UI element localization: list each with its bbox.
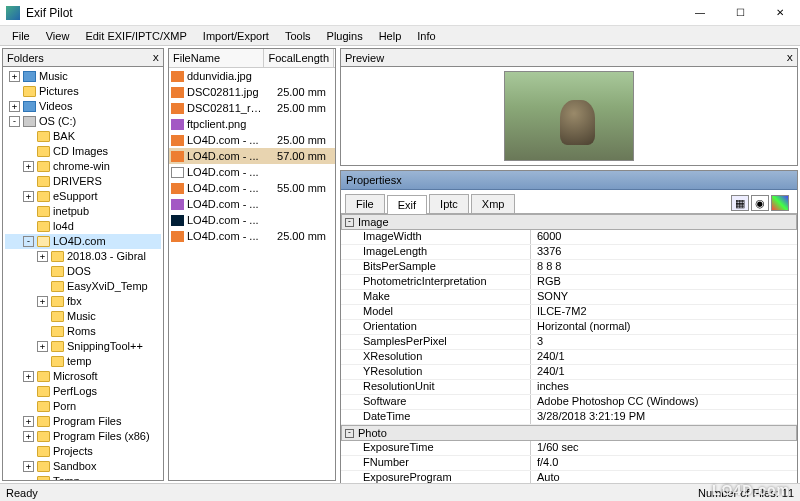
file-row[interactable]: LO4D.com - ...57.00 mm [169, 148, 335, 164]
property-row[interactable]: SamplesPerPixel3 [341, 335, 797, 350]
properties-close-icon[interactable]: x [396, 174, 402, 186]
menu-tools[interactable]: Tools [277, 28, 319, 44]
property-row[interactable]: ImageLength3376 [341, 245, 797, 260]
tree-item[interactable]: +Microsoft [5, 369, 161, 384]
expand-icon[interactable]: + [23, 191, 34, 202]
expand-icon[interactable]: + [23, 416, 34, 427]
tree-item[interactable]: +chrome-win [5, 159, 161, 174]
tab-file[interactable]: File [345, 194, 385, 213]
expand-icon[interactable]: + [23, 371, 34, 382]
color-icon[interactable] [771, 195, 789, 211]
property-row[interactable]: YResolution240/1 [341, 365, 797, 380]
tree-item[interactable]: Pictures [5, 84, 161, 99]
file-row[interactable]: LO4D.com - ... [169, 196, 335, 212]
property-row[interactable]: DateTime3/28/2018 3:21:19 PM [341, 410, 797, 425]
property-row[interactable]: ResolutionUnitinches [341, 380, 797, 395]
file-row[interactable]: DSC02811.jpg25.00 mm [169, 84, 335, 100]
tree-item[interactable]: +Sandbox [5, 459, 161, 474]
view-grid-icon[interactable]: ▦ [731, 195, 749, 211]
properties-grid[interactable]: -ImageImageWidth6000ImageLength3376BitsP… [341, 214, 797, 486]
property-row[interactable]: ModelILCE-7M2 [341, 305, 797, 320]
tree-item[interactable]: BAK [5, 129, 161, 144]
file-row[interactable]: DSC02811_re...25.00 mm [169, 100, 335, 116]
tree-item[interactable]: +Music [5, 69, 161, 84]
close-button[interactable]: ✕ [760, 0, 800, 26]
file-row[interactable]: ddunvidia.jpg [169, 68, 335, 84]
file-row[interactable]: LO4D.com - ...25.00 mm [169, 132, 335, 148]
tab-exif[interactable]: Exif [387, 195, 427, 214]
tab-xmp[interactable]: Xmp [471, 194, 516, 213]
expand-icon[interactable]: + [23, 161, 34, 172]
property-group-header[interactable]: -Photo [341, 425, 797, 441]
expand-icon[interactable]: + [37, 251, 48, 262]
file-row[interactable]: LO4D.com - ...25.00 mm [169, 228, 335, 244]
preview-close-icon[interactable]: x [786, 51, 793, 64]
tree-item[interactable]: EasyXviD_Temp [5, 279, 161, 294]
property-row[interactable]: PhotometricInterpretationRGB [341, 275, 797, 290]
menu-import-export[interactable]: Import/Export [195, 28, 277, 44]
expand-icon[interactable]: + [23, 431, 34, 442]
tree-item[interactable]: PerfLogs [5, 384, 161, 399]
tree-item[interactable]: Temp [5, 474, 161, 480]
file-row[interactable]: LO4D.com - ...55.00 mm [169, 180, 335, 196]
folder-tree[interactable]: +MusicPictures+Videos-OS (C:)BAKCD Image… [3, 67, 163, 480]
minimize-button[interactable]: — [680, 0, 720, 26]
property-row[interactable]: MakeSONY [341, 290, 797, 305]
expand-icon[interactable]: + [9, 101, 20, 112]
file-list[interactable]: ddunvidia.jpgDSC02811.jpg25.00 mmDSC0281… [169, 68, 335, 480]
tree-item[interactable]: CD Images [5, 144, 161, 159]
tree-item[interactable]: lo4d [5, 219, 161, 234]
menu-info[interactable]: Info [409, 28, 443, 44]
tree-item[interactable]: DOS [5, 264, 161, 279]
tree-item[interactable]: +Program Files [5, 414, 161, 429]
menu-file[interactable]: File [4, 28, 38, 44]
maximize-button[interactable]: ☐ [720, 0, 760, 26]
tree-item[interactable]: -OS (C:) [5, 114, 161, 129]
collapse-icon[interactable]: - [345, 429, 354, 438]
tree-item[interactable]: temp [5, 354, 161, 369]
menu-help[interactable]: Help [371, 28, 410, 44]
property-group-header[interactable]: -Image [341, 214, 797, 230]
folders-close-icon[interactable]: x [152, 51, 159, 64]
property-row[interactable]: SoftwareAdobe Photoshop CC (Windows) [341, 395, 797, 410]
tab-iptc[interactable]: Iptc [429, 194, 469, 213]
tree-item[interactable]: DRIVERS [5, 174, 161, 189]
property-row[interactable]: FNumberf/4.0 [341, 456, 797, 471]
tree-item[interactable]: -LO4D.com [5, 234, 161, 249]
menu-edit-exif[interactable]: Edit EXIF/IPTC/XMP [77, 28, 194, 44]
expand-icon[interactable]: + [23, 461, 34, 472]
tree-item[interactable]: +fbx [5, 294, 161, 309]
collapse-icon[interactable]: - [345, 218, 354, 227]
property-row[interactable]: OrientationHorizontal (normal) [341, 320, 797, 335]
tree-item[interactable]: +2018.03 - Gibral [5, 249, 161, 264]
file-row[interactable]: LO4D.com - ... [169, 212, 335, 228]
tree-item[interactable]: inetpub [5, 204, 161, 219]
expand-icon[interactable]: - [9, 116, 20, 127]
file-row[interactable]: LO4D.com - ... [169, 164, 335, 180]
expand-icon[interactable]: + [37, 341, 48, 352]
tree-item-label: OS (C:) [39, 114, 76, 129]
tree-item[interactable]: +SnippingTool++ [5, 339, 161, 354]
property-key: SamplesPerPixel [341, 335, 531, 349]
tree-item[interactable]: Porn [5, 399, 161, 414]
tree-item[interactable]: +Videos [5, 99, 161, 114]
expand-icon[interactable]: - [23, 236, 34, 247]
property-row[interactable]: ExposureTime1/60 sec [341, 441, 797, 456]
globe-icon[interactable]: ◉ [751, 195, 769, 211]
property-row[interactable]: XResolution240/1 [341, 350, 797, 365]
expand-icon[interactable]: + [9, 71, 20, 82]
property-row[interactable]: ImageWidth6000 [341, 230, 797, 245]
menu-plugins[interactable]: Plugins [319, 28, 371, 44]
file-row[interactable]: ftpclient.png [169, 116, 335, 132]
tree-item[interactable]: +Program Files (x86) [5, 429, 161, 444]
tree-item[interactable]: Roms [5, 324, 161, 339]
column-focallength[interactable]: FocalLength [264, 49, 334, 67]
menu-view[interactable]: View [38, 28, 78, 44]
column-filename[interactable]: FileName [169, 49, 264, 67]
tree-item[interactable]: +eSupport [5, 189, 161, 204]
expand-icon[interactable]: + [37, 296, 48, 307]
property-row[interactable]: BitsPerSample8 8 8 [341, 260, 797, 275]
tree-item[interactable]: Music [5, 309, 161, 324]
property-key: FNumber [341, 456, 531, 470]
tree-item[interactable]: Projects [5, 444, 161, 459]
